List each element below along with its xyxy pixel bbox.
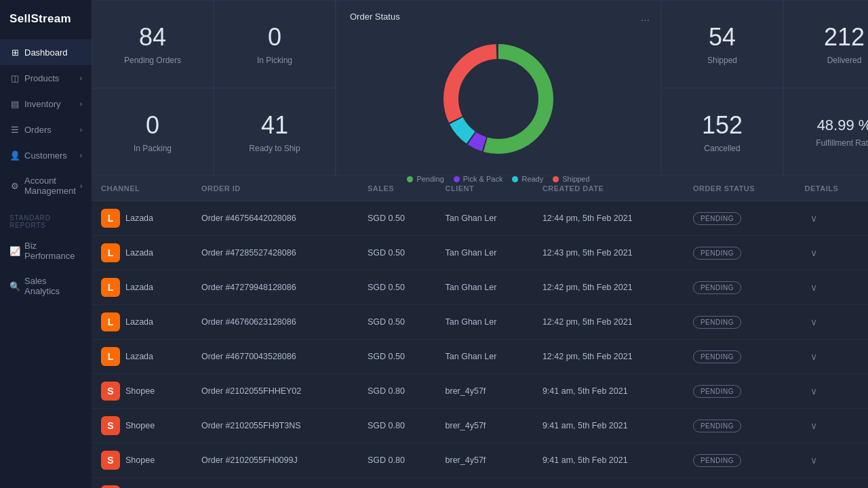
cell-created-date-8: 9:41 am, 5th Feb 2021 <box>533 478 684 489</box>
legend-shipped-dot <box>553 176 559 182</box>
cell-order-id-7: Order #2102055FH0099J <box>192 443 358 478</box>
stat-card-cancelled: 152 Cancelled <box>661 88 783 176</box>
cell-order-id-6: Order #2102055FH9T3NS <box>192 409 358 443</box>
expand-row-button-4[interactable]: ∨ <box>805 348 823 365</box>
cell-status-3: PENDING <box>684 305 795 340</box>
legend-ready: Ready <box>512 175 543 183</box>
lazada-icon: L <box>101 243 120 262</box>
cell-channel-3: L Lazada <box>92 305 192 340</box>
cell-sales-4: SGD 0.50 <box>358 340 436 374</box>
status-badge-3: PENDING <box>693 316 741 329</box>
cell-details-0[interactable]: ∨ <box>795 201 868 236</box>
cell-client-0: Tan Ghan Ler <box>436 201 533 236</box>
cell-client-8: brer_4y57f <box>436 478 533 489</box>
sidebar-item-orders[interactable]: ☰ Orders › <box>0 117 92 142</box>
account-management-icon: ⚙ <box>9 180 20 191</box>
cell-order-id-0: Order #46756442028086 <box>192 201 358 236</box>
channel-name-7: Shopee <box>125 455 155 465</box>
table-row[interactable]: S Shopee Order #2102055FH0099J SGD 0.80 … <box>92 443 868 478</box>
orders-table: CHANNEL ORDER ID SALES CLIENT CREATED DA… <box>92 176 868 488</box>
sidebar-item-label: Account Management <box>24 176 76 196</box>
expand-row-button-7[interactable]: ∨ <box>805 452 823 468</box>
cell-status-7: PENDING <box>684 443 795 478</box>
order-status-menu[interactable]: ... <box>641 12 650 24</box>
sidebar-item-label: Products <box>24 73 59 83</box>
stats-cards-area: 84 Pending Orders 0 In Picking Order Sta… <box>92 0 868 176</box>
table-row[interactable]: S Shopee Order #2102055FH9T3NS SGD 0.80 … <box>92 409 868 443</box>
sidebar-item-label: Sales Analytics <box>24 276 82 296</box>
table-row[interactable]: L Lazada Order #46756442028086 SGD 0.50 … <box>92 201 868 236</box>
stat-card-pending-orders: 84 Pending Orders <box>92 0 214 88</box>
table-row[interactable]: L Lazada Order #46770043528086 SGD 0.50 … <box>92 340 868 374</box>
order-status-card: Order Status ... <box>336 0 661 176</box>
pending-orders-number: 84 <box>139 23 166 52</box>
cell-details-2[interactable]: ∨ <box>795 270 868 305</box>
cell-sales-3: SGD 0.50 <box>358 305 436 340</box>
delivered-label: Delivered <box>827 56 862 65</box>
table-row[interactable]: L Lazada Order #47285527428086 SGD 0.50 … <box>92 236 868 270</box>
stat-card-delivered: 212 Delivered <box>783 0 868 88</box>
cell-channel-2: L Lazada <box>92 270 192 305</box>
cell-details-1[interactable]: ∨ <box>795 236 868 270</box>
cell-details-7[interactable]: ∨ <box>795 443 868 478</box>
cell-created-date-5: 9:41 am, 5th Feb 2021 <box>533 374 684 409</box>
cell-client-2: Tan Ghan Ler <box>436 270 533 305</box>
status-badge-2: PENDING <box>693 281 741 294</box>
chevron-right-icon: › <box>80 152 82 159</box>
shopee-icon: S <box>101 451 120 470</box>
lazada-icon: L <box>101 209 120 228</box>
expand-row-button-5[interactable]: ∨ <box>805 383 823 399</box>
expand-row-button-1[interactable]: ∨ <box>805 245 823 261</box>
legend-pending: Pending <box>407 175 443 183</box>
sidebar-item-customers[interactable]: 👤 Customers › <box>0 142 92 168</box>
expand-row-button-0[interactable]: ∨ <box>805 210 823 226</box>
main-content: 84 Pending Orders 0 In Picking Order Sta… <box>92 0 868 488</box>
cell-status-0: PENDING <box>684 201 795 236</box>
sidebar-item-biz-performance[interactable]: 📈 Biz Performance <box>0 233 92 268</box>
expand-row-button-2[interactable]: ∨ <box>805 279 823 296</box>
lazada-icon: L <box>101 347 120 366</box>
stat-card-in-packing: 0 In Packing <box>92 88 214 176</box>
cell-details-6[interactable]: ∨ <box>795 409 868 443</box>
legend-shipped: Shipped <box>553 175 589 183</box>
order-status-title: Order Status <box>350 12 400 22</box>
legend-pick-pack: Pick & Pack <box>454 175 503 183</box>
sidebar-item-label: Dashboard <box>24 47 68 58</box>
cell-created-date-7: 9:41 am, 5th Feb 2021 <box>533 443 684 478</box>
cell-channel-6: S Shopee <box>92 409 192 443</box>
col-order-status: ORDER STATUS <box>684 176 795 201</box>
cell-sales-0: SGD 0.50 <box>358 201 436 236</box>
expand-row-button-6[interactable]: ∨ <box>805 418 823 434</box>
lazada-icon: L <box>101 278 120 297</box>
sidebar: SellStream ⊞ Dashboard ◫ Products › ▤ In… <box>0 0 92 488</box>
status-badge-7: PENDING <box>693 454 741 467</box>
sidebar-item-inventory[interactable]: ▤ Inventory › <box>0 91 92 117</box>
sidebar-item-sales-analytics[interactable]: 🔍 Sales Analytics <box>0 268 92 304</box>
expand-row-button-3[interactable]: ∨ <box>805 314 823 330</box>
app-logo: SellStream <box>0 0 92 39</box>
cell-details-8[interactable]: ∨ <box>795 478 868 489</box>
table-row[interactable]: L Lazada Order #47279948128086 SGD 0.50 … <box>92 270 868 305</box>
sidebar-item-products[interactable]: ◫ Products › <box>0 65 92 91</box>
legend-ready-label: Ready <box>521 175 543 183</box>
legend-pending-dot <box>407 176 413 182</box>
table-row[interactable]: S Shopee Order #2102055FGSFTJ4 SGD 0.80 … <box>92 478 868 489</box>
shopee-icon: S <box>101 416 120 435</box>
table-row[interactable]: S Shopee Order #2102055FHHEY02 SGD 0.80 … <box>92 374 868 409</box>
cell-sales-2: SGD 0.50 <box>358 270 436 305</box>
legend-shipped-label: Shipped <box>562 175 589 183</box>
cell-details-5[interactable]: ∨ <box>795 374 868 409</box>
sidebar-item-label: Orders <box>24 125 52 135</box>
status-badge-4: PENDING <box>693 350 741 363</box>
cell-created-date-3: 12:42 pm, 5th Feb 2021 <box>533 305 684 340</box>
col-channel: CHANNEL <box>92 176 192 201</box>
sidebar-item-account-management[interactable]: ⚙ Account Management › <box>0 168 92 203</box>
cell-details-4[interactable]: ∨ <box>795 340 868 374</box>
table-row[interactable]: L Lazada Order #46760623128086 SGD 0.50 … <box>92 305 868 340</box>
cell-sales-1: SGD 0.50 <box>358 236 436 270</box>
fulfillment-rate-label: Fulfillment Rate <box>816 138 868 148</box>
order-status-donut <box>431 31 566 167</box>
cell-details-3[interactable]: ∨ <box>795 305 868 340</box>
sidebar-item-dashboard[interactable]: ⊞ Dashboard <box>0 39 92 65</box>
channel-name-2: Lazada <box>125 283 153 292</box>
